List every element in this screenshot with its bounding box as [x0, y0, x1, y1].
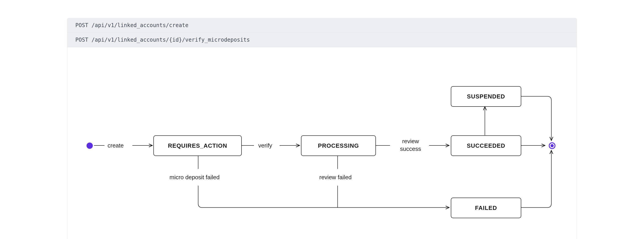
edge-label-review-failed: review failed	[319, 174, 352, 181]
endpoint-path-1: /api/v1/linked_accounts/create	[92, 22, 188, 29]
api-endpoint-row-2: POST /api/v1/linked_accounts/{id}/verify…	[67, 33, 577, 47]
state-diagram: REQUIRES_ACTION PROCESSING SUSPENDED SUC…	[67, 47, 577, 239]
edge-label-verify: verify	[258, 142, 272, 149]
edge-label-create: create	[107, 142, 124, 149]
api-endpoint-row-1: POST /api/v1/linked_accounts/create	[67, 18, 577, 33]
diagram-container: POST /api/v1/linked_accounts/create POST…	[67, 18, 577, 239]
state-suspended: SUSPENDED	[451, 86, 521, 107]
edge-label-micro-deposit-failed: micro deposit failed	[169, 174, 220, 181]
edge-label-review-success: review success	[394, 138, 427, 153]
state-succeeded: SUCCEEDED	[451, 135, 521, 156]
endpoint-method-1: POST	[75, 22, 88, 29]
state-failed: FAILED	[451, 198, 521, 218]
end-node-icon	[549, 142, 556, 149]
state-requires-action: REQUIRES_ACTION	[154, 135, 242, 156]
state-processing: PROCESSING	[301, 135, 376, 156]
endpoint-path-2: /api/v1/linked_accounts/{id}/verify_micr…	[92, 37, 250, 43]
endpoint-method-2: POST	[75, 37, 88, 43]
start-node-icon	[86, 143, 93, 149]
